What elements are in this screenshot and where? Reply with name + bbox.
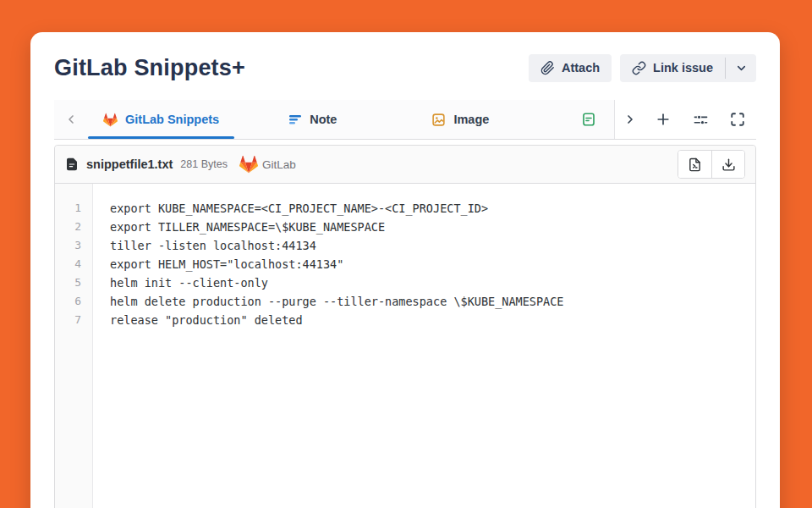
- code-lines: export KUBE_NAMESPACE=<CI_PROJECT_NAME>-…: [93, 184, 755, 508]
- chevron-right-icon: [623, 113, 637, 126]
- download-icon: [721, 157, 736, 172]
- tab-gitlab-snippets[interactable]: GitLab Snippets: [88, 100, 234, 139]
- preferences-button[interactable]: [682, 100, 719, 139]
- header-actions: Attach Link issue: [529, 54, 756, 82]
- tabbar-actions: [645, 100, 756, 139]
- code-area: 1234567 export KUBE_NAMESPACE=<CI_PROJEC…: [55, 184, 755, 508]
- snippet-tabbar: GitLab Snippets Note Image: [54, 100, 756, 140]
- paperclip-icon: [540, 61, 555, 75]
- link-icon: [632, 61, 646, 75]
- add-tab-button[interactable]: [645, 100, 682, 139]
- line-number[interactable]: 5: [55, 273, 81, 292]
- snippets-card: GitLab Snippets+ Attach Link issue: [30, 32, 780, 508]
- line-number[interactable]: 2: [55, 218, 81, 236]
- chevron-left-icon: [64, 113, 78, 126]
- code-line: export HELM_HOST="localhost:44134": [110, 255, 755, 273]
- gitlab-brand: GitLab: [239, 155, 296, 174]
- tab-label: Image: [453, 113, 489, 126]
- scroll-tabs-left-button[interactable]: [54, 100, 88, 139]
- tab-label: Note: [310, 113, 337, 126]
- line-number[interactable]: 3: [55, 236, 81, 255]
- note-lines-icon: [288, 113, 302, 126]
- fullscreen-button[interactable]: [719, 100, 756, 139]
- gitlab-tanuki-icon: [103, 113, 118, 127]
- line-number[interactable]: 4: [55, 255, 81, 273]
- open-raw-button[interactable]: [678, 151, 711, 178]
- chevron-down-icon: [735, 62, 748, 75]
- card-header: GitLab Snippets+ Attach Link issue: [54, 52, 756, 83]
- file-header-actions: [678, 150, 745, 179]
- tabs: GitLab Snippets Note Image: [88, 100, 614, 139]
- code-line: export TILLER_NAMESPACE=\$KUBE_NAMESPACE: [110, 218, 755, 236]
- code-line: helm delete production --purge --tiller-…: [110, 292, 755, 311]
- line-number[interactable]: 1: [55, 199, 81, 218]
- file-name: snippetfile1.txt: [86, 157, 173, 171]
- file-text-icon: [65, 157, 79, 171]
- tab-snippet-file[interactable]: [571, 100, 614, 139]
- image-icon: [431, 113, 446, 127]
- code-line: release "production" deleted: [110, 311, 755, 329]
- gitlab-tanuki-icon: [239, 155, 258, 174]
- code-line: helm init --client-only: [110, 273, 755, 292]
- code-line: export KUBE_NAMESPACE=<CI_PROJECT_NAME>-…: [110, 199, 755, 218]
- tab-note[interactable]: Note: [273, 100, 352, 139]
- page-title: GitLab Snippets+: [54, 55, 245, 81]
- snippet-file-header: snippetfile1.txt 281 Bytes GitLab: [55, 146, 755, 184]
- link-issue-button-group: Link issue: [620, 54, 756, 82]
- maximize-icon: [730, 112, 745, 127]
- link-issue-button-label: Link issue: [653, 61, 713, 75]
- file-size: 281 Bytes: [180, 158, 228, 170]
- file-code-icon: [688, 157, 702, 172]
- snippet-file-icon: [581, 112, 596, 127]
- attach-button-label: Attach: [562, 61, 600, 75]
- attach-button[interactable]: Attach: [529, 54, 612, 82]
- sliders-icon: [693, 112, 709, 128]
- line-numbers: 1234567: [55, 184, 93, 508]
- download-button[interactable]: [711, 151, 744, 178]
- line-number[interactable]: 7: [55, 311, 81, 329]
- plus-icon: [655, 111, 672, 128]
- link-issue-button[interactable]: Link issue: [620, 54, 725, 82]
- snippet-file-box: snippetfile1.txt 281 Bytes GitLab: [54, 145, 756, 508]
- tab-image[interactable]: Image: [416, 100, 504, 139]
- line-number[interactable]: 6: [55, 292, 81, 311]
- code-line: tiller -listen localhost:44134: [110, 236, 755, 255]
- tab-label: GitLab Snippets: [125, 113, 219, 126]
- gitlab-brand-label: GitLab: [262, 158, 296, 171]
- more-actions-dropdown-button[interactable]: [726, 54, 756, 82]
- scroll-tabs-right-button[interactable]: [614, 100, 645, 139]
